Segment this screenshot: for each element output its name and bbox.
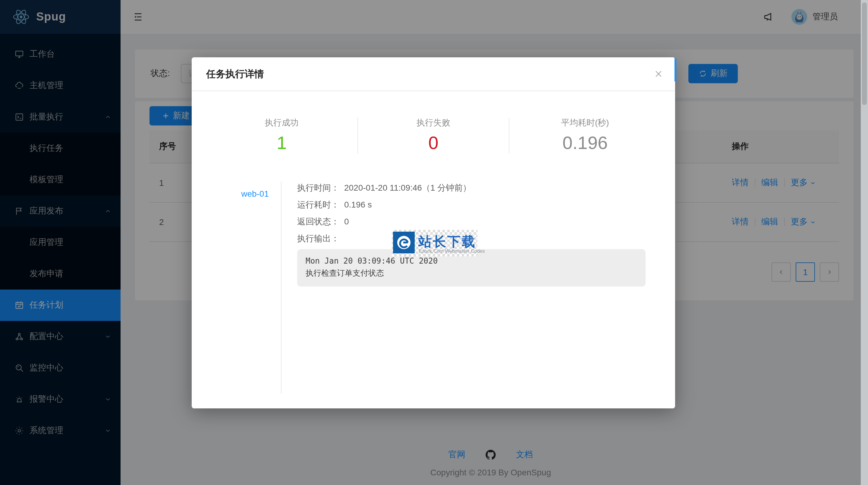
stat-avg-value: 0.196 bbox=[510, 132, 661, 154]
stat-failed: 执行失败 0 bbox=[358, 118, 509, 154]
return-code-row: 返回状态： 0 bbox=[297, 216, 675, 227]
modal-detail: web-01 执行时间： 2020-01-20 11:09:46（1 分钟前） … bbox=[192, 181, 675, 394]
scrollbar-thumb[interactable] bbox=[862, 2, 867, 105]
exec-time-row: 执行时间： 2020-01-20 11:09:46（1 分钟前） bbox=[297, 181, 675, 194]
stat-success: 执行成功 1 bbox=[206, 118, 358, 154]
close-icon bbox=[654, 69, 663, 79]
stat-avg-time: 平均耗时(秒) 0.196 bbox=[510, 118, 661, 154]
modal-title: 任务执行详情 bbox=[192, 57, 675, 91]
watermark-text: 站长下载 bbox=[418, 233, 476, 251]
host-tab-web-01[interactable]: web-01 bbox=[192, 181, 281, 206]
run-duration-row: 运行耗时： 0.196 s bbox=[297, 198, 675, 210]
output-line: Mon Jan 20 03:09:46 UTC 2020 bbox=[306, 255, 637, 267]
watermark-subtext: Easck.Com Webmaster Codes bbox=[419, 249, 485, 254]
stat-success-value: 1 bbox=[206, 132, 357, 154]
host-tabs: web-01 bbox=[192, 181, 281, 394]
run-duration-value: 0.196 s bbox=[344, 198, 372, 210]
return-code-value: 0 bbox=[344, 216, 349, 227]
watermark-logo-icon bbox=[393, 232, 415, 253]
output-line: 执行检查订单支付状态 bbox=[306, 267, 637, 279]
exec-time-value: 2020-01-20 11:09:46（1 分钟前） bbox=[344, 181, 471, 194]
tab-ink-bar bbox=[675, 58, 676, 81]
stat-failed-value: 0 bbox=[358, 132, 509, 154]
modal-close-button[interactable] bbox=[641, 57, 675, 90]
execution-info: 执行时间： 2020-01-20 11:09:46（1 分钟前） 运行耗时： 0… bbox=[281, 181, 675, 394]
output-label-row: 执行输出： bbox=[297, 232, 675, 244]
app-viewport: Spug 工作台 主机管理 批量执行 执行任务 模板管理 bbox=[0, 0, 868, 485]
scrollbar-track[interactable] bbox=[861, 0, 868, 485]
modal-stats: 执行成功 1 执行失败 0 平均耗时(秒) 0.196 bbox=[206, 118, 661, 154]
watermark: 站长下载 Easck.Com Webmaster Codes bbox=[392, 230, 477, 256]
